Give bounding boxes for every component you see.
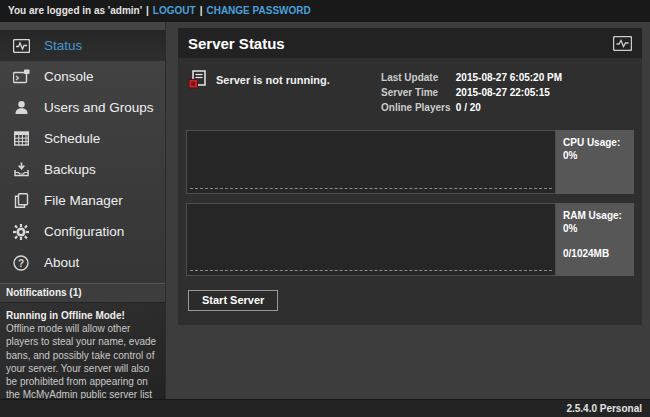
server-time-value: 2015-08-27 22:05:15 [456,87,550,98]
sidebar-item-label: File Manager [44,193,123,208]
chart-baseline [190,270,552,271]
about-icon: ? [11,254,31,272]
status-chart-icon [613,36,632,51]
sidebar-item-users-and-groups[interactable]: Users and Groups [0,92,165,123]
info-label: Online Players [381,100,453,115]
sidebar-item-configuration[interactable]: Configuration [0,216,165,247]
users-groups-icon [11,99,31,117]
cpu-usage-label-box: CPU Usage: 0% [556,130,634,194]
schedule-icon [11,130,31,148]
sidebar-item-label: Users and Groups [44,100,154,115]
sidebar-item-backups[interactable]: Backups [0,154,165,185]
footer-bar: 2.5.4.0 Personal [0,399,650,417]
info-label: Server Time [381,85,453,100]
ram-usage-value: 0% [563,222,634,235]
info-row: Server Time 2015-08-27 22:05:15 [381,85,562,100]
sidebar-item-label: Schedule [44,131,100,146]
status-row: Server is not running. Last Update 2015-… [188,70,634,118]
sidebar-item-status[interactable]: Status [0,30,165,61]
version-text: 2.5.4.0 Personal [566,403,642,414]
last-update-value: 2015-08-27 6:05:20 PM [456,72,562,83]
cpu-usage-chart [186,130,556,194]
separator: | [146,5,149,16]
logout-link[interactable]: LOGOUT [153,5,196,16]
panel-header: Server Status [178,28,642,58]
cpu-usage-label: CPU Usage: [563,136,634,149]
status-icon [11,37,31,55]
sidebar-item-console[interactable]: Console [0,61,165,92]
backups-icon [11,161,31,179]
ram-usage-detail: 0/1024MB [563,247,634,260]
sidebar-item-label: About [44,255,79,270]
logged-in-text: You are logged in as 'admin' [8,5,142,16]
main-area: Server Status [167,22,650,399]
start-server-button[interactable]: Start Server [188,290,278,311]
change-password-link[interactable]: CHANGE PASSWORD [206,5,310,16]
info-label: Last Update [381,70,453,85]
console-icon [11,68,31,86]
sidebar-item-label: Configuration [44,224,124,239]
file-manager-icon [11,192,31,210]
notifications-panel: Notifications (1) Running in Offline Mod… [0,283,165,417]
sidebar-item-label: Console [44,69,94,84]
svg-text:?: ? [18,257,24,268]
chart-baseline [190,188,552,189]
ram-usage-label: RAM Usage: [563,209,634,222]
panel-body: Server is not running. Last Update 2015-… [178,58,642,325]
sidebar: Status Console Users and Groups [0,22,166,399]
server-status-message: Server is not running. [188,70,330,89]
server-stopped-icon [188,70,207,89]
server-status-panel: Server Status [178,28,642,325]
notification-title: Running in Offline Mode! [6,309,159,322]
separator: | [200,5,203,16]
sidebar-menu: Status Console Users and Groups [0,22,165,278]
notifications-header: Notifications (1) [0,283,165,303]
sidebar-item-file-manager[interactable]: File Manager [0,185,165,216]
cpu-usage-section: CPU Usage: 0% [186,130,634,194]
ram-usage-section: RAM Usage: 0% 0/1024MB [186,203,634,276]
cpu-usage-value: 0% [563,149,634,162]
online-players-value: 0 / 20 [456,102,481,113]
sidebar-item-about[interactable]: ? About [0,247,165,278]
sidebar-item-label: Backups [44,162,96,177]
sidebar-item-label: Status [44,38,82,53]
info-row: Online Players 0 / 20 [381,100,562,115]
page-title: Server Status [188,35,285,52]
top-bar: You are logged in as 'admin'|LOGOUT|CHAN… [0,0,650,22]
info-row: Last Update 2015-08-27 6:05:20 PM [381,70,562,85]
sidebar-item-schedule[interactable]: Schedule [0,123,165,154]
server-info: Last Update 2015-08-27 6:05:20 PM Server… [381,70,562,115]
ram-usage-label-box: RAM Usage: 0% 0/1024MB [556,203,634,276]
configuration-icon [11,223,31,241]
status-text: Server is not running. [216,74,330,86]
ram-usage-chart [186,203,556,276]
